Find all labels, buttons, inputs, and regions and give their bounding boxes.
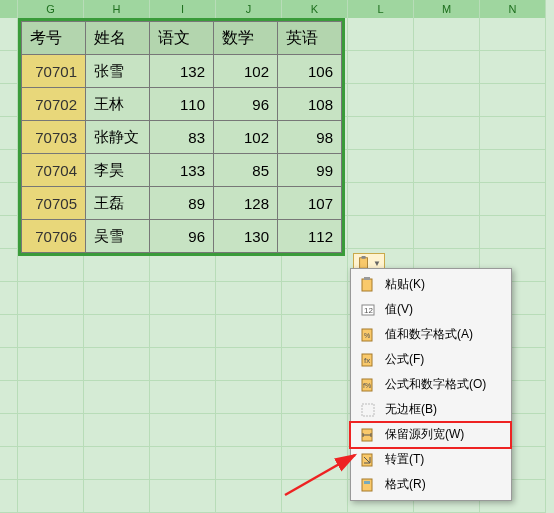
header-cell[interactable]: 姓名 bbox=[86, 22, 150, 55]
cell[interactable]: 70706 bbox=[22, 220, 86, 253]
svg-text:12: 12 bbox=[364, 306, 373, 315]
cell[interactable]: 108 bbox=[278, 88, 342, 121]
cell[interactable]: 李昊 bbox=[86, 154, 150, 187]
cell[interactable]: 98 bbox=[278, 121, 342, 154]
cell[interactable]: 132 bbox=[150, 55, 214, 88]
col-j[interactable]: J bbox=[216, 0, 282, 18]
menu-formulas[interactable]: fx 公式(F) bbox=[351, 347, 511, 372]
menu-values[interactable]: 12 值(V) bbox=[351, 297, 511, 322]
cell[interactable]: 83 bbox=[150, 121, 214, 154]
cell[interactable]: 102 bbox=[214, 55, 278, 88]
paste-options-menu: 粘贴(K) 12 值(V) % 值和数字格式(A) fx 公式(F) f% 公式… bbox=[350, 268, 512, 501]
menu-label: 转置(T) bbox=[385, 451, 424, 468]
cell[interactable]: 128 bbox=[214, 187, 278, 220]
col-g[interactable]: G bbox=[18, 0, 84, 18]
format-icon bbox=[359, 477, 377, 493]
col-width-icon bbox=[359, 427, 377, 443]
column-headers[interactable]: G H I J K L M N bbox=[0, 0, 554, 18]
cell[interactable]: 107 bbox=[278, 187, 342, 220]
svg-rect-2 bbox=[362, 279, 372, 291]
menu-label: 公式(F) bbox=[385, 351, 424, 368]
table-header-row: 考号 姓名 语文 数学 英语 bbox=[22, 22, 342, 55]
table-row: 70703张静文8310298 bbox=[22, 121, 342, 154]
menu-label: 粘贴(K) bbox=[385, 276, 425, 293]
svg-text:fx: fx bbox=[364, 356, 370, 365]
cell[interactable]: 85 bbox=[214, 154, 278, 187]
menu-label: 保留源列宽(W) bbox=[385, 426, 464, 443]
menu-label: 值和数字格式(A) bbox=[385, 326, 473, 343]
cell[interactable]: 110 bbox=[150, 88, 214, 121]
menu-values-format[interactable]: % 值和数字格式(A) bbox=[351, 322, 511, 347]
menu-label: 值(V) bbox=[385, 301, 413, 318]
cell[interactable]: 112 bbox=[278, 220, 342, 253]
cell[interactable]: 吴雪 bbox=[86, 220, 150, 253]
header-cell[interactable]: 数学 bbox=[214, 22, 278, 55]
cell[interactable]: 张静文 bbox=[86, 121, 150, 154]
svg-rect-3 bbox=[364, 277, 370, 280]
table-row: 70704李昊1338599 bbox=[22, 154, 342, 187]
values-format-icon: % bbox=[359, 327, 377, 343]
formula-icon: fx bbox=[359, 352, 377, 368]
svg-rect-1 bbox=[361, 256, 365, 259]
cell[interactable]: 133 bbox=[150, 154, 214, 187]
svg-text:%: % bbox=[364, 332, 370, 339]
svg-rect-0 bbox=[360, 258, 368, 269]
cell[interactable]: 王林 bbox=[86, 88, 150, 121]
svg-rect-15 bbox=[362, 479, 372, 491]
data-table: 考号 姓名 语文 数学 英语 70701张雪13210210670702王林11… bbox=[21, 21, 342, 253]
cell[interactable]: 70701 bbox=[22, 55, 86, 88]
svg-rect-16 bbox=[364, 481, 370, 484]
table-row: 70701张雪132102106 bbox=[22, 55, 342, 88]
menu-no-border[interactable]: 无边框(B) bbox=[351, 397, 511, 422]
dropdown-icon: ▼ bbox=[373, 259, 381, 268]
no-border-icon bbox=[359, 402, 377, 418]
cell[interactable]: 106 bbox=[278, 55, 342, 88]
menu-format[interactable]: 格式(R) bbox=[351, 472, 511, 497]
transpose-icon bbox=[359, 452, 377, 468]
col-l[interactable]: L bbox=[348, 0, 414, 18]
cell[interactable]: 70704 bbox=[22, 154, 86, 187]
paste-icon bbox=[359, 277, 377, 293]
cell[interactable]: 70705 bbox=[22, 187, 86, 220]
menu-label: 格式(R) bbox=[385, 476, 426, 493]
menu-keep-col-width[interactable]: 保留源列宽(W) bbox=[351, 422, 511, 447]
cell[interactable]: 张雪 bbox=[86, 55, 150, 88]
svg-rect-12 bbox=[362, 404, 374, 416]
cell[interactable]: 102 bbox=[214, 121, 278, 154]
col-m[interactable]: M bbox=[414, 0, 480, 18]
menu-label: 无边框(B) bbox=[385, 401, 437, 418]
formula-format-icon: f% bbox=[359, 377, 377, 393]
values-icon: 12 bbox=[359, 302, 377, 318]
col-h[interactable]: H bbox=[84, 0, 150, 18]
selected-range[interactable]: 考号 姓名 语文 数学 英语 70701张雪13210210670702王林11… bbox=[18, 18, 345, 256]
menu-formulas-format[interactable]: f% 公式和数字格式(O) bbox=[351, 372, 511, 397]
menu-paste[interactable]: 粘贴(K) bbox=[351, 272, 511, 297]
table-row: 70702王林11096108 bbox=[22, 88, 342, 121]
cell[interactable]: 99 bbox=[278, 154, 342, 187]
table-row: 70705王磊89128107 bbox=[22, 187, 342, 220]
menu-label: 公式和数字格式(O) bbox=[385, 376, 486, 393]
header-cell[interactable]: 考号 bbox=[22, 22, 86, 55]
menu-transpose[interactable]: 转置(T) bbox=[351, 447, 511, 472]
cell[interactable]: 70703 bbox=[22, 121, 86, 154]
cell[interactable]: 130 bbox=[214, 220, 278, 253]
cell[interactable]: 96 bbox=[214, 88, 278, 121]
col-i[interactable]: I bbox=[150, 0, 216, 18]
cell[interactable]: 96 bbox=[150, 220, 214, 253]
cell[interactable]: 70702 bbox=[22, 88, 86, 121]
table-row: 70706吴雪96130112 bbox=[22, 220, 342, 253]
cell[interactable]: 王磊 bbox=[86, 187, 150, 220]
header-cell[interactable]: 语文 bbox=[150, 22, 214, 55]
col-n[interactable]: N bbox=[480, 0, 546, 18]
col-k[interactable]: K bbox=[282, 0, 348, 18]
cell[interactable]: 89 bbox=[150, 187, 214, 220]
svg-text:f%: f% bbox=[363, 382, 371, 389]
header-cell[interactable]: 英语 bbox=[278, 22, 342, 55]
